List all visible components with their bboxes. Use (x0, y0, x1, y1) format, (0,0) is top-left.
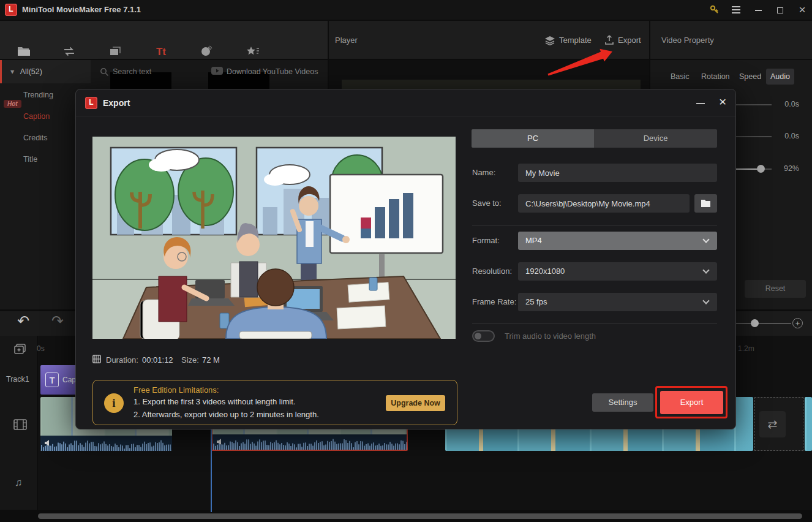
app-window: L MiniTool MovieMaker Free 7.1.1 × Media… (0, 0, 812, 522)
vp-tab-audio[interactable]: Audio (766, 69, 794, 85)
youtube-download-icon (211, 66, 223, 75)
library-all-tab[interactable]: ▾ All(52) (0, 60, 91, 83)
elements-star-icon (231, 45, 275, 60)
menu-icon[interactable] (727, 0, 745, 20)
effect-frame-icon (93, 45, 137, 60)
settings-button[interactable]: Settings (592, 393, 653, 412)
music-track-icon: ♫ (15, 477, 23, 489)
reset-button[interactable]: Reset (745, 280, 806, 298)
save-to-label: Save to: (472, 199, 502, 208)
duration-label: Duration: (106, 355, 138, 365)
hot-badge: Hot (4, 100, 21, 108)
vp-tab-speed[interactable]: Speed (735, 69, 765, 85)
caret-down-icon: ▾ (10, 67, 14, 76)
template-button[interactable]: Template (544, 36, 592, 45)
size-value: 72 M (202, 355, 220, 365)
toggle-knob (475, 333, 481, 339)
zoom-in-icon[interactable]: + (792, 318, 803, 328)
upgrade-now-button[interactable]: Upgrade Now (386, 395, 445, 411)
free-edition-limitations-box: i Free Edition Limitations: 1. Export th… (92, 380, 457, 425)
video-clip-partial[interactable] (805, 397, 812, 451)
fade-in-value: 0.0s (767, 100, 799, 108)
sidebar-item-credits[interactable]: Credits (0, 134, 75, 142)
text-tt-icon: Tt (139, 45, 183, 60)
limitations-line2: 2. Afterwards, export video up to 2 minu… (133, 410, 319, 419)
sidebar-item-title[interactable]: Title (0, 155, 75, 164)
search-icon (100, 67, 109, 77)
device-tab[interactable]: Device (594, 129, 717, 148)
save-path-input[interactable] (518, 194, 690, 213)
redo-icon[interactable]: ↷ (51, 312, 64, 330)
caption-t-icon: T (45, 373, 59, 387)
maximize-button[interactable] (771, 0, 789, 20)
dialog-minimize-button[interactable] (696, 103, 705, 104)
dialog-logo-icon: L (85, 97, 97, 109)
name-input[interactable] (518, 164, 717, 182)
transition-arrows-icon (47, 45, 91, 60)
export-button-highlight-annotation (655, 386, 727, 418)
track1-label: Track1 (6, 375, 29, 384)
speaker-icon (44, 439, 51, 447)
media-folder-icon (1, 45, 45, 60)
close-button[interactable]: × (793, 0, 811, 20)
ruler-start-label: 0s (37, 344, 45, 353)
format-label: Format: (472, 236, 500, 245)
resolution-dropdown[interactable]: 1920x1080 (518, 262, 717, 281)
resolution-label: Resolution: (472, 267, 512, 276)
chevron-down-icon (702, 297, 709, 304)
minimize-button[interactable] (749, 0, 767, 20)
video-track-icon (13, 419, 27, 430)
name-label: Name: (472, 168, 495, 177)
transition-slot-icon[interactable]: ⇄ (759, 411, 786, 437)
sidebar-item-caption[interactable]: Caption (0, 112, 75, 121)
register-key-icon[interactable] (705, 0, 724, 20)
sidebar-item-trending[interactable]: Trending Hot (0, 91, 75, 108)
waveform (212, 434, 408, 450)
trim-audio-label: Trim audio to video length (505, 331, 596, 341)
motion-ball-icon (184, 45, 228, 60)
fade-out-value: 0.0s (767, 132, 799, 140)
add-clip-icon[interactable] (13, 343, 27, 355)
window-title: MiniTool MovieMaker Free 7.1.1 (22, 0, 141, 20)
size-label: Size: (181, 355, 199, 365)
search-input[interactable] (113, 64, 205, 80)
export-upload-icon (604, 35, 614, 45)
film-icon (92, 355, 101, 363)
chevron-down-icon (702, 236, 709, 243)
waveform (40, 436, 172, 451)
volume-slider-knob[interactable] (757, 165, 765, 173)
undo-icon[interactable]: ↶ (17, 312, 29, 330)
vp-tab-rotation[interactable]: Rotation (697, 69, 734, 85)
frame-rate-dropdown[interactable]: 25 fps (518, 293, 717, 311)
volume-value: 92% (767, 164, 799, 173)
limitations-line1: 1. Export the first 3 videos without len… (133, 397, 295, 406)
export-dialog: L Export × (75, 89, 736, 429)
export-dialog-titlebar: L Export × (76, 89, 735, 116)
player-export-button[interactable]: Export (604, 36, 641, 45)
template-layers-icon (544, 36, 555, 45)
video-property-header: Video Property (650, 21, 812, 59)
vp-tab-basic[interactable]: Basic (666, 69, 694, 85)
export-dialog-title: Export (103, 89, 130, 116)
browse-folder-button[interactable] (694, 194, 717, 213)
info-icon: i (104, 393, 124, 413)
horizontal-scrollbar[interactable] (38, 513, 802, 519)
timeline-zoom-knob[interactable] (751, 319, 759, 327)
media-toolbar-panel: Media Transition Effect Tt Text Motion E… (0, 21, 328, 59)
ruler-label: 1.2m (738, 344, 754, 353)
download-youtube-videos-button[interactable]: Download YouTube Videos (227, 67, 318, 76)
player-title: Player (335, 36, 358, 45)
video-property-title: Video Property (661, 36, 714, 45)
clip1-audio-strip (40, 436, 172, 451)
app-logo-icon: L (5, 4, 17, 16)
clip2-audio-strip (212, 434, 407, 450)
title-bar: L MiniTool MovieMaker Free 7.1.1 × (0, 0, 812, 20)
format-dropdown[interactable]: MP4 (518, 232, 717, 250)
frame-rate-label: Frame Rate: (472, 297, 516, 306)
dialog-close-button[interactable]: × (719, 94, 726, 109)
duration-value: 00:01:12 (142, 355, 173, 365)
trim-audio-toggle[interactable] (472, 330, 495, 342)
player-panel-header: Player Template Export (329, 21, 649, 59)
pc-tab[interactable]: PC (472, 129, 594, 148)
limitations-heading: Free Edition Limitations: (133, 385, 219, 395)
